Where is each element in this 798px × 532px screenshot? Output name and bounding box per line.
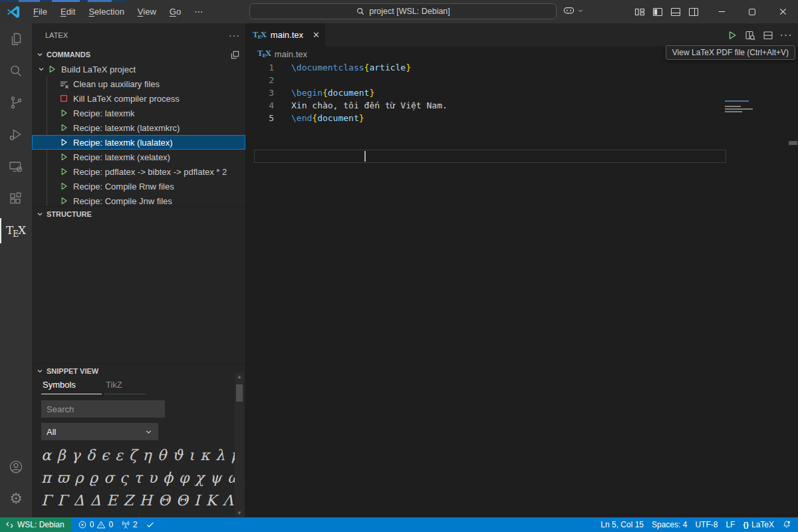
chevron-down-icon (35, 209, 45, 219)
activity-run-debug-icon[interactable] (0, 119, 32, 151)
code-editor[interactable]: 1\documentclass{article}23\begin{documen… (246, 61, 798, 517)
tree-item[interactable]: Recipe: pdflatex -> bibtex -> pdflatex *… (32, 164, 245, 179)
menu-selection[interactable]: Selection (82, 4, 130, 19)
symbol-row[interactable]: Γ Γ Δ Δ E Z H Θ Θ I K Λ (41, 489, 229, 512)
tab-tikz[interactable]: TikZ (104, 378, 146, 394)
check-icon (146, 520, 155, 529)
bell-icon (782, 520, 791, 529)
play-icon (59, 166, 69, 177)
more-actions-icon[interactable]: ··· (779, 29, 793, 42)
eol-setting[interactable]: LF (722, 517, 739, 532)
activity-latex-workshop-icon[interactable]: TEX (0, 215, 32, 247)
activity-remote-explorer-icon[interactable] (0, 151, 32, 183)
toggle-secondary-sidebar-icon[interactable] (688, 7, 699, 17)
menu-view[interactable]: View (132, 4, 162, 19)
tree-item[interactable]: Recipe: Compile Jnw files (32, 194, 245, 206)
tex-file-icon: TEX (253, 31, 267, 40)
line-number: 1 (246, 61, 274, 74)
close-tab-icon[interactable]: ✕ (313, 30, 320, 40)
command-center-search[interactable]: project [WSL: Debian] (249, 3, 557, 19)
activity-explorer-icon[interactable] (0, 23, 32, 55)
chevron-down-icon (35, 366, 45, 376)
overview-ruler-mark (789, 141, 797, 145)
tree-item[interactable]: Recipe: latexmk (lualatex) (32, 135, 245, 150)
cursor-position[interactable]: Ln 5, Col 15 (597, 517, 648, 532)
view-latex-pdf-icon[interactable] (743, 29, 757, 42)
tree-item[interactable]: Clean up auxiliary files (32, 76, 245, 91)
symbols-category-select[interactable]: All (41, 423, 158, 440)
tex-file-icon: TEX (257, 49, 271, 59)
tree-item-label: Recipe: latexmk (lualatex) (73, 138, 173, 148)
remote-indicator[interactable]: WSL: Debian (0, 517, 71, 532)
latex-build-status[interactable] (142, 517, 159, 532)
screen-edge-artifact (0, 0, 126, 2)
build-latex-icon[interactable] (726, 29, 739, 42)
close-button[interactable] (767, 0, 798, 23)
text-cursor (364, 151, 366, 162)
activity-search-icon[interactable] (0, 55, 32, 87)
line-number: 5 (246, 112, 274, 124)
scrollbar-thumb[interactable] (236, 384, 243, 402)
encoding-setting[interactable]: UTF-8 (691, 517, 722, 532)
tree-item-label: Recipe: Compile Jnw files (73, 196, 172, 206)
menu-go[interactable]: Go (164, 4, 187, 19)
symbol-row[interactable]: π ϖ ρ ϱ σ ς τ υ ϕ φ χ ψ ω A B (41, 467, 229, 489)
status-bar: WSL: Debian 0 0 2 Ln 5, Col 15 Spaces: 4… (0, 517, 798, 532)
copilot-menu-button[interactable] (563, 4, 585, 17)
line-number: 2 (246, 74, 274, 86)
symbol-row[interactable]: Λ M N Ξ Ξ O Π Π P Σ Σ (41, 512, 229, 517)
tab-main-tex[interactable]: TEX main.tex ✕ (246, 23, 326, 47)
tree-item[interactable]: Recipe: Compile Rnw files (32, 179, 245, 194)
tree-item-label: Build LaTeX project (61, 65, 136, 74)
error-icon (78, 520, 87, 529)
scroll-up-icon[interactable]: ▲ (235, 374, 244, 380)
collapse-all-icon[interactable] (230, 50, 240, 60)
play-icon (59, 152, 69, 162)
warning-count: 0 (108, 520, 113, 529)
split-editor-icon[interactable] (761, 29, 775, 42)
chevron-down-icon (36, 64, 47, 74)
activity-source-control-icon[interactable] (0, 87, 32, 119)
latex-sidebar: LATEX ··· COMMANDS Build LaTeX projectCl… (32, 23, 246, 517)
problems-indicator[interactable]: 0 0 (74, 517, 117, 532)
symbols-grid: α β γ δ ϵ ε ζ η θ ϑ ι κ λ μ ν ξ οπ ϖ ρ ϱ… (41, 444, 229, 517)
menu-edit[interactable]: Edit (55, 4, 81, 19)
menu-file[interactable]: File (27, 4, 53, 19)
activity-extensions-icon[interactable] (0, 183, 32, 215)
tab-symbols[interactable]: Symbols (41, 378, 102, 394)
structure-section-header[interactable]: STRUCTURE (32, 206, 245, 221)
notifications-bell[interactable] (778, 517, 795, 532)
code-line: 5\end{document} (246, 112, 798, 124)
remote-label: WSL: Debian (17, 520, 65, 529)
tree-item[interactable]: Recipe: latexmk (latexmkrc) (32, 120, 245, 135)
commands-tree: Build LaTeX projectClean up auxiliary fi… (32, 62, 245, 206)
tree-item-label: Recipe: latexmk (xelatex) (73, 152, 170, 162)
maximize-button[interactable] (737, 0, 767, 23)
activity-settings-icon[interactable]: ⚙ (0, 483, 32, 515)
tree-item[interactable]: Recipe: latexmk (xelatex) (32, 150, 245, 164)
symbol-row[interactable]: α β γ δ ϵ ε ζ η θ ϑ ι κ λ μ ν ξ ο (41, 444, 229, 467)
vscode-window: FileEditSelectionViewGo⋯ ← → project [WS… (0, 0, 798, 532)
sidebar-title: LATEX (45, 31, 68, 39)
language-mode[interactable]: {} LaTeX (739, 517, 778, 532)
tree-item[interactable]: Build LaTeX project (32, 62, 245, 76)
menu-[interactable]: ⋯ (188, 4, 209, 19)
minimap[interactable] (725, 100, 758, 114)
snippet-scrollbar[interactable]: ▲ ▼ (235, 372, 244, 517)
chevron-down-icon (577, 7, 585, 15)
toggle-sidebar-icon[interactable] (652, 7, 663, 17)
customize-layout-icon[interactable] (634, 7, 645, 17)
indentation-setting[interactable]: Spaces: 4 (648, 517, 691, 532)
toggle-panel-icon[interactable] (670, 7, 681, 17)
tree-item[interactable]: Kill LaTeX compiler process (32, 91, 245, 106)
scroll-down-icon[interactable]: ▼ (235, 510, 244, 516)
commands-section-header[interactable]: COMMANDS (32, 47, 245, 62)
ports-indicator[interactable]: 2 (117, 517, 142, 532)
tree-item[interactable]: Recipe: latexmk (32, 106, 245, 120)
symbols-search-input[interactable] (41, 400, 165, 418)
activity-accounts-icon[interactable] (0, 451, 32, 483)
sidebar-more-actions-icon[interactable]: ··· (229, 30, 240, 41)
minimize-button[interactable] (706, 0, 737, 23)
remote-icon (5, 521, 14, 529)
snippet-view-section-header[interactable]: SNIPPET VIEW (32, 363, 245, 378)
